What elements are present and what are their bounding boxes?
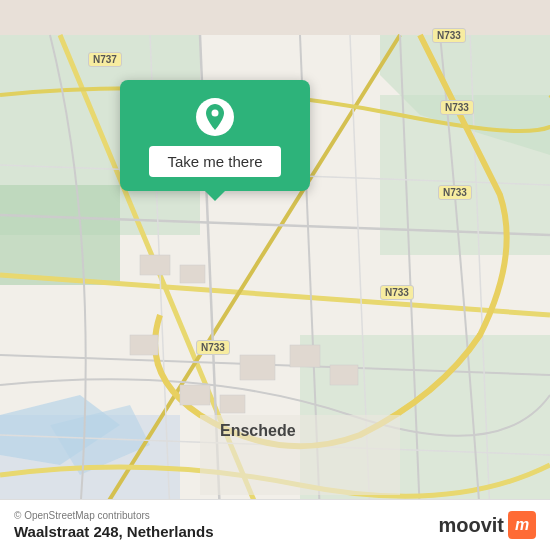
svg-rect-29 — [130, 335, 158, 355]
road-label-n733b: N733 — [440, 100, 474, 115]
road-label-n737: N737 — [88, 52, 122, 67]
road-label-n733d: N733 — [380, 285, 414, 300]
take-me-there-button[interactable]: Take me there — [149, 146, 280, 177]
svg-rect-28 — [220, 395, 245, 413]
address-label: Waalstraat 248, Netherlands — [14, 523, 214, 540]
map-container: N737 N733 N733 N733 N733 N733 Enschede T… — [0, 0, 550, 550]
svg-rect-27 — [180, 385, 210, 405]
city-label: Enschede — [220, 422, 296, 440]
svg-rect-23 — [180, 265, 205, 283]
osm-credit: © OpenStreetMap contributors — [14, 510, 214, 521]
svg-point-31 — [212, 110, 219, 117]
svg-rect-22 — [140, 255, 170, 275]
moovit-logo-text: moovit — [438, 514, 504, 537]
moovit-logo: moovit m — [438, 511, 536, 539]
svg-rect-25 — [290, 345, 320, 367]
bottom-bar: © OpenStreetMap contributors Waalstraat … — [0, 499, 550, 550]
svg-rect-26 — [330, 365, 358, 385]
address-section: © OpenStreetMap contributors Waalstraat … — [14, 510, 214, 540]
road-label-n733a: N733 — [432, 28, 466, 43]
svg-rect-24 — [240, 355, 275, 380]
road-label-n733e: N733 — [196, 340, 230, 355]
location-pin-icon — [196, 98, 234, 136]
moovit-logo-icon: m — [508, 511, 536, 539]
road-label-n733c: N733 — [438, 185, 472, 200]
moovit-m-letter: m — [515, 516, 529, 534]
svg-rect-2 — [0, 185, 120, 285]
location-popup: Take me there — [120, 80, 310, 191]
